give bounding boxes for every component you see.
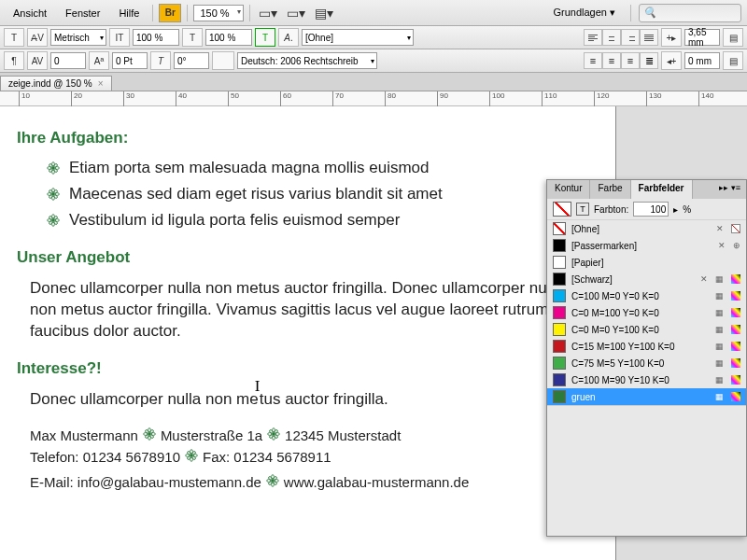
para-format-icon[interactable]: ¶ (4, 51, 24, 70)
contact-line-3: E-Mail: info@galabau-mustemann.dewww.gal… (30, 474, 599, 490)
panel-blank (547, 405, 746, 536)
align-center-icon[interactable] (602, 29, 621, 46)
format-text-icon[interactable]: T (576, 203, 589, 216)
close-tab-icon[interactable]: × (98, 78, 104, 89)
color-mode-icon: ▦ (715, 308, 724, 317)
char-style-icon[interactable]: A. (278, 28, 299, 47)
more-icon[interactable]: ▤ (723, 28, 743, 47)
align-left-icon[interactable] (584, 29, 602, 46)
tab-swatches[interactable]: Farbfelder (631, 180, 693, 199)
tab-label: zeige.indd @ 150 % (8, 78, 92, 89)
bridge-button[interactable]: Br (159, 4, 181, 22)
kerning-icon[interactable]: A̶V (27, 28, 48, 47)
tab-stroke[interactable]: Kontur (547, 180, 590, 199)
stroke-none-icon[interactable] (212, 51, 234, 70)
justify-icon[interactable] (640, 29, 658, 46)
fill-stroke-proxy[interactable] (553, 202, 571, 217)
task-list: Etiam porta sem malesuada magna mollis e… (47, 159, 599, 230)
none-icon (731, 224, 740, 233)
char-style-select[interactable]: [Ohne] (302, 29, 414, 46)
indent-right-input[interactable]: 0 mm (684, 52, 720, 69)
vscale-input[interactable]: 100 % (133, 29, 179, 46)
cant-edit-icon: ✕ (718, 241, 726, 250)
baseline-input[interactable]: 0 Pt (112, 52, 148, 69)
color-type-icon (731, 375, 740, 385)
kerning-select[interactable]: Metrisch (50, 29, 106, 46)
vscale-icon[interactable]: IT (109, 28, 130, 47)
tint-input[interactable] (633, 202, 669, 217)
swatch-chip (553, 289, 566, 302)
document-content: Ihre Aufgaben: Etiam porta sem malesuada… (0, 106, 615, 490)
tracking-icon[interactable]: AV (27, 51, 48, 70)
language-select[interactable]: Deutsch: 2006 Rechtschreib (237, 52, 377, 69)
tracking-input[interactable]: 0 (50, 52, 86, 69)
swatch-name: C=75 M=5 Y=100 K=0 (571, 358, 708, 369)
swatch-name: gruen (571, 392, 708, 402)
swatch-chip (553, 306, 566, 319)
menu-window[interactable]: Fenster (58, 4, 107, 22)
screen-mode-icon[interactable]: ▭▾ (256, 3, 280, 23)
char-format-icon[interactable]: T (4, 28, 24, 47)
justify-group: ≡ ≡ ≡ ≣ (584, 52, 658, 69)
color-mode-icon: ▦ (715, 392, 724, 401)
more2-icon[interactable]: ▤ (723, 51, 743, 70)
swatch-row[interactable]: [Schwarz]✕▦ (547, 271, 746, 287)
color-type-icon (731, 392, 740, 401)
swatch-row[interactable]: gruen▦ (547, 388, 746, 405)
swatch-row[interactable]: [Ohne]✕ (547, 220, 746, 237)
swatch-chip (553, 340, 566, 353)
menu-view[interactable]: Ansicht (6, 4, 54, 22)
indent-right-icon[interactable]: ◂+ (661, 51, 682, 70)
document-tab[interactable]: zeige.indd @ 150 % × (0, 76, 112, 91)
swatch-row[interactable]: C=75 M=5 Y=100 K=0▦ (547, 355, 746, 371)
swatch-row[interactable]: C=15 M=100 Y=100 K=0▦ (547, 338, 746, 355)
tab-color[interactable]: Farbe (590, 180, 630, 199)
arrange-icon[interactable]: ▭▾ (284, 3, 308, 23)
separator-icon (267, 427, 280, 443)
zoom-select[interactable]: 150 % (193, 5, 243, 21)
hscale-input[interactable]: 100 % (205, 29, 252, 46)
separator-icon (266, 474, 279, 490)
justify-all-icon[interactable]: ≣ (640, 52, 658, 69)
color-mode-icon: ▦ (715, 358, 724, 368)
swatch-row[interactable]: [Papier] (547, 254, 746, 271)
page[interactable]: Ihre Aufgaben: Etiam porta sem malesuada… (0, 106, 616, 560)
search-input[interactable]: 🔍 (639, 4, 741, 22)
document-tabs: zeige.indd @ 150 % × (0, 73, 747, 91)
align-right-icon[interactable] (621, 29, 640, 46)
panel-tabs: Kontur Farbe Farbfelder ▸▸ ▾≡ (547, 180, 746, 199)
indent-left-input[interactable]: 3,65 mm (684, 29, 720, 46)
justify-last-right-icon[interactable]: ≡ (621, 52, 640, 69)
justify-last-center-icon[interactable]: ≡ (602, 52, 621, 69)
swatch-row[interactable]: C=100 M=0 Y=0 K=0▦ (547, 287, 746, 304)
list-item: Etiam porta sem malesuada magna mollis e… (47, 159, 599, 177)
swatch-row[interactable]: C=0 M=0 Y=100 K=0▦ (547, 321, 746, 338)
skew-input[interactable]: 0° (174, 52, 209, 69)
swatch-chip (553, 390, 566, 403)
svg-point-36 (273, 432, 275, 435)
skew-icon[interactable]: T (150, 51, 171, 70)
baseline-icon[interactable]: Aª (89, 51, 109, 70)
svg-point-27 (148, 432, 150, 435)
separator-icon (185, 449, 198, 465)
indent-left-icon[interactable]: +▸ (661, 28, 682, 47)
hscale-icon[interactable]: T (182, 28, 203, 47)
swatch-chip (553, 357, 566, 370)
panel-collapse-icon[interactable]: ▸▸ ▾≡ (713, 180, 746, 199)
offer-paragraph: Donec ullamcorper nulla non metus auctor… (30, 278, 585, 343)
swatch-row[interactable]: [Passermarken]✕⊕ (547, 237, 746, 254)
bullet-icon (47, 188, 60, 201)
view-options-icon[interactable]: ▤▾ (312, 3, 336, 23)
workspace-select[interactable]: Grundlagen ▾ (545, 3, 623, 22)
horizontal-ruler[interactable]: 102030405060708090100110120130140 (0, 91, 747, 106)
swatches-panel[interactable]: Kontur Farbe Farbfelder ▸▸ ▾≡ T Farbton:… (546, 179, 747, 537)
swatch-row[interactable]: C=100 M=90 Y=10 K=0▦ (547, 371, 746, 388)
fill-proxy-icon[interactable]: T (255, 28, 275, 47)
swatch-row[interactable]: C=0 M=100 Y=0 K=0▦ (547, 304, 746, 321)
cant-edit-icon: ✕ (700, 274, 708, 284)
interest-paragraph: Donec ullamcorper nulla non metus auctor… (30, 389, 585, 411)
justify-last-left-icon[interactable]: ≡ (584, 52, 602, 69)
color-mode-icon: ▦ (715, 274, 724, 284)
menu-help[interactable]: Hilfe (111, 4, 147, 22)
swatch-chip (553, 222, 566, 235)
